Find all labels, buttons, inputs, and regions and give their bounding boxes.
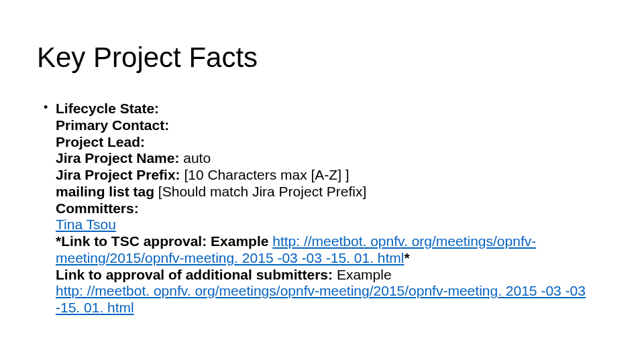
jira-project-prefix-label: Jira Project Prefix:	[56, 167, 184, 182]
slide-title: Key Project Facts	[37, 42, 607, 74]
slide: Key Project Facts Lifecycle State: Prima…	[0, 0, 644, 362]
mailing-list-tag-label: mailing list tag	[56, 184, 158, 199]
project-lead-label: Project Lead:	[56, 134, 145, 149]
body-list: Lifecycle State: Primary Contact: Projec…	[37, 101, 607, 316]
jira-project-name-value: auto	[183, 150, 211, 166]
additional-approval-prefix: Link to approval of additional submitter…	[56, 267, 337, 282]
mailing-list-tag-value: [Should match Jira Project Prefix]	[158, 184, 366, 199]
lifecycle-state-label: Lifecycle State:	[56, 101, 159, 116]
additional-approval-link[interactable]: http: //meetbot. opnfv. org/meetings/opn…	[56, 283, 586, 315]
committers-label: Committers:	[56, 200, 139, 216]
facts-item: Lifecycle State: Primary Contact: Projec…	[56, 101, 607, 316]
tsc-approval-suffix: *	[404, 250, 409, 265]
jira-project-prefix-value: [10 Characters max [A-Z] ]	[184, 167, 349, 182]
additional-approval-example: Example	[337, 267, 392, 282]
tsc-approval-prefix: *Link to TSC approval: Example	[56, 233, 272, 249]
primary-contact-label: Primary Contact:	[56, 117, 169, 133]
jira-project-name-label: Jira Project Name:	[56, 150, 183, 166]
committer-link[interactable]: Tina Tsou	[56, 217, 116, 232]
